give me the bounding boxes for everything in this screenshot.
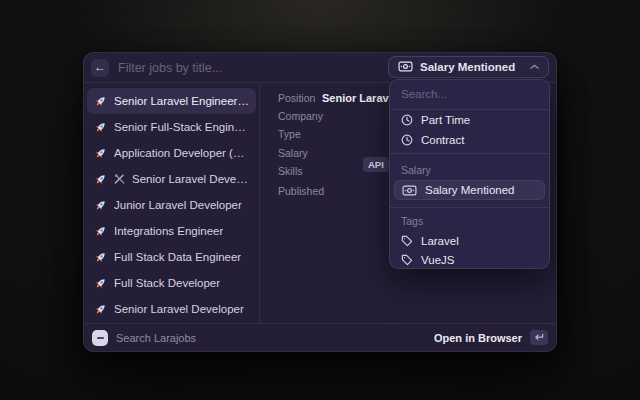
job-list-item[interactable]: Full Stack Developer xyxy=(87,270,256,296)
tag-icon xyxy=(401,235,413,247)
dropdown-divider xyxy=(390,207,549,208)
back-button[interactable]: ← xyxy=(91,59,109,77)
job-list-item[interactable]: Senior Full-Stack Engineer II, Ac... xyxy=(87,114,256,140)
chevron-up-icon xyxy=(530,64,539,70)
option-label: VueJS xyxy=(421,254,454,266)
rocket-icon xyxy=(94,199,107,212)
job-title: Application Developer (12 mont... xyxy=(114,147,249,159)
open-in-browser-action[interactable]: Open in Browser xyxy=(434,332,522,344)
detail-row-published: Published xyxy=(278,184,322,198)
tag-icon xyxy=(401,254,413,266)
rocket-icon xyxy=(94,173,107,186)
job-list-item[interactable]: Application Developer (12 mont... xyxy=(87,140,256,166)
detail-row-company: Company xyxy=(278,109,322,123)
option-label: Salary Mentioned xyxy=(425,184,515,196)
section-header-tags: Tags xyxy=(401,215,423,227)
job-list-item[interactable]: Junior Laravel Developer xyxy=(87,192,256,218)
job-list-item[interactable]: Full Stack Data Engineer xyxy=(87,244,256,270)
detail-label: Type xyxy=(278,128,322,140)
job-title: Senior Full-Stack Engineer II, Ac... xyxy=(114,121,249,133)
job-title: Junior Laravel Developer xyxy=(114,199,242,211)
app-name: Search Larajobs xyxy=(116,332,196,344)
job-list-item[interactable]: Integrations Engineer xyxy=(87,218,256,244)
rocket-icon xyxy=(94,147,107,160)
detail-label: Salary xyxy=(278,147,322,159)
job-list-item[interactable]: Senior Laravel Engineer (Shapin... xyxy=(87,88,256,114)
dropdown-option-salary-mentioned[interactable]: Salary Mentioned xyxy=(394,180,545,200)
enter-key-icon xyxy=(530,330,548,345)
rocket-icon xyxy=(94,303,107,316)
detail-row-salary: Salary xyxy=(278,146,322,160)
rocket-icon xyxy=(94,251,107,264)
clock-icon xyxy=(401,134,413,146)
detail-row-type: Type xyxy=(278,127,322,141)
job-title: Senior Laravel Engineer (Shapin... xyxy=(114,95,249,107)
job-list: Senior Laravel Engineer (Shapin... Senio… xyxy=(84,83,259,323)
detail-label: Position xyxy=(278,92,322,104)
detail-label: Published xyxy=(278,185,322,197)
job-title: Senior Laravel Developer (T... xyxy=(132,173,249,185)
rocket-icon xyxy=(94,225,107,238)
salary-filter-dropdown-button[interactable]: Salary Mentioned xyxy=(388,56,549,78)
larajobs-app-icon xyxy=(92,330,108,346)
option-label: Part Time xyxy=(421,114,470,126)
banknote-icon xyxy=(398,61,413,74)
dropdown-search-input[interactable] xyxy=(390,80,549,108)
rocket-icon xyxy=(94,95,107,108)
job-title: Integrations Engineer xyxy=(114,225,223,237)
detail-row-skills: Skills xyxy=(278,164,322,178)
banknote-icon xyxy=(402,185,417,196)
rocket-icon xyxy=(94,121,107,134)
job-title: Full Stack Data Engineer xyxy=(114,251,241,263)
option-label: Contract xyxy=(421,134,464,146)
footer-bar: Search Larajobs Open in Browser xyxy=(84,323,556,351)
filter-dropdown-panel: Part Time Contract Salary Salary Mention… xyxy=(389,79,550,269)
filter-button-label: Salary Mentioned xyxy=(420,61,515,73)
detail-label: Company xyxy=(278,110,322,122)
job-list-item[interactable]: Senior Laravel Developer (T... xyxy=(87,166,256,192)
job-list-item[interactable]: Senior Laravel Developer xyxy=(87,296,256,322)
detail-label: Skills xyxy=(278,165,322,177)
job-title: Senior Laravel Developer xyxy=(114,303,244,315)
dropdown-divider xyxy=(390,153,549,154)
option-label: Laravel xyxy=(421,235,459,247)
tools-icon xyxy=(114,174,125,185)
dropdown-option-laravel[interactable]: Laravel xyxy=(390,231,549,251)
dropdown-option-contract[interactable]: Contract xyxy=(390,130,549,150)
dropdown-option-part-time[interactable]: Part Time xyxy=(390,110,549,130)
skill-badge-api: API xyxy=(363,157,389,172)
launcher-window: ← Salary Mentioned Senior Laravel Engine… xyxy=(83,52,557,352)
section-header-salary: Salary xyxy=(401,164,431,176)
dropdown-option-vuejs[interactable]: VueJS xyxy=(390,250,549,270)
job-title: Full Stack Developer xyxy=(114,277,220,289)
clock-icon xyxy=(401,114,413,126)
rocket-icon xyxy=(94,277,107,290)
